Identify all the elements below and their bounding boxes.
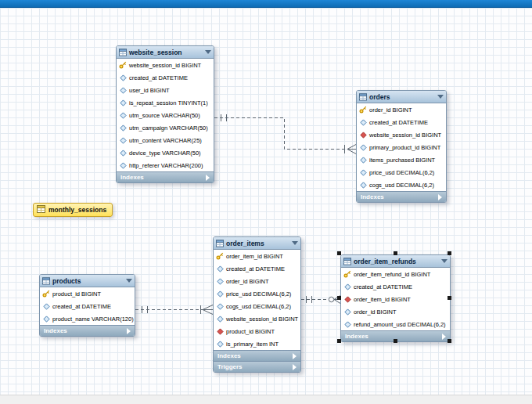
column-row[interactable]: order_item_refund_id BIGINT — [341, 268, 450, 280]
selection-handle[interactable] — [394, 339, 397, 343]
column-icon — [216, 265, 224, 272]
column-row[interactable]: is_repeat_session TINYINT(1) — [117, 96, 214, 109]
selection-handle[interactable] — [337, 339, 341, 343]
column-label: device_type VARCHAR(50) — [129, 150, 201, 157]
column-row[interactable]: created_at DATETIME — [40, 300, 135, 312]
column-row[interactable]: utm_campaign VARCHAR(50) — [117, 121, 214, 134]
column-row[interactable]: http_referer VARCHAR(200) — [117, 159, 214, 171]
collapse-arrow-icon[interactable] — [292, 241, 298, 245]
column-row[interactable]: order_item_id BIGINT — [341, 293, 450, 305]
table-website-session[interactable]: website_sessionwebsite_session_id BIGINT… — [116, 45, 214, 183]
column-icon — [216, 303, 224, 310]
section-label: Indexes — [361, 193, 384, 200]
table-header[interactable]: orders — [357, 91, 446, 103]
column-row[interactable]: order_id BIGINT — [214, 275, 300, 287]
table-header[interactable]: order_item_refunds — [341, 255, 450, 268]
table-order-item-refunds[interactable]: order_item_refundsorder_item_refund_id B… — [340, 254, 451, 342]
column-row[interactable]: cogs_usd DECIMAL(6,2) — [357, 179, 446, 191]
column-row[interactable]: utm_content VARCHAR(25) — [117, 134, 214, 146]
column-row[interactable]: order_id BIGINT — [341, 305, 450, 318]
column-row[interactable]: created_at DATETIME — [214, 262, 300, 275]
column-row[interactable]: refund_amount_usd DECIMAL(6,2) — [341, 318, 450, 330]
relationship-products-order-items[interactable] — [135, 305, 213, 315]
table-header[interactable]: website_session — [117, 46, 214, 59]
table-header[interactable]: products — [40, 275, 135, 287]
foreign-key-icon — [359, 132, 367, 139]
expand-arrow-icon — [293, 353, 297, 359]
table-products[interactable]: productsproduct_id BIGINTcreated_at DATE… — [39, 274, 135, 337]
section-label: Indexes — [345, 333, 368, 340]
section-indexes[interactable]: Indexes — [214, 350, 300, 361]
column-row[interactable]: cogs_usd DECIMAL(6,2) — [214, 300, 300, 312]
collapse-arrow-icon[interactable] — [126, 279, 132, 283]
column-row[interactable]: website_session_id BIGINT — [357, 128, 446, 141]
relationship-order-items-refunds[interactable] — [301, 296, 340, 304]
column-row[interactable]: primary_product_id BIGINT — [357, 141, 446, 153]
column-label: cogs_usd DECIMAL(6,2) — [369, 182, 434, 189]
collapse-arrow-icon[interactable] — [437, 95, 444, 99]
column-label: order_item_refund_id BIGINT — [354, 271, 430, 278]
column-row[interactable]: website_session_id BIGINT — [117, 59, 214, 71]
column-row[interactable]: product_id BIGINT — [40, 287, 135, 300]
section-indexes[interactable]: Indexes — [40, 325, 135, 336]
selection-handle[interactable] — [337, 251, 341, 255]
expand-arrow-icon — [438, 194, 442, 200]
table-order-items[interactable]: order_itemsorder_item_id BIGINTcreated_a… — [213, 236, 301, 373]
relationship-website-session-orders[interactable] — [214, 114, 356, 154]
column-row[interactable]: website_session_id BIGINT — [214, 312, 300, 325]
section-indexes[interactable]: Indexes — [357, 191, 446, 202]
column-row[interactable]: product_id BIGINT — [214, 325, 300, 337]
column-label: refund_amount_usd DECIMAL(6,2) — [354, 321, 446, 328]
column-icon — [359, 144, 367, 151]
column-label: created_at DATETIME — [354, 283, 412, 290]
selection-handle[interactable] — [448, 339, 451, 343]
column-label: order_id BIGINT — [226, 278, 269, 285]
collapse-arrow-icon[interactable] — [205, 50, 211, 54]
column-row[interactable]: utm_source VARCHAR(50) — [117, 109, 214, 121]
column-icon — [119, 112, 127, 119]
column-icon — [359, 169, 367, 176]
column-icon — [216, 341, 224, 348]
column-row[interactable]: user_id BIGINT — [117, 84, 214, 96]
column-row[interactable]: product_name VARCHAR(120) — [40, 312, 135, 325]
column-row[interactable]: order_id BIGINT — [357, 103, 446, 116]
column-label: utm_content VARCHAR(25) — [129, 137, 202, 144]
table-name: order_items — [226, 240, 289, 247]
column-row[interactable]: order_item_id BIGINT — [214, 250, 300, 262]
column-row[interactable]: items_purchased BIGINT — [357, 153, 446, 166]
column-icon — [119, 87, 127, 94]
selection-handle[interactable] — [394, 251, 397, 255]
column-label: created_at DATETIME — [52, 303, 111, 310]
column-icon — [42, 316, 50, 323]
column-label: created_at DATETIME — [226, 265, 285, 272]
table-header[interactable]: order_items — [214, 237, 300, 250]
column-row[interactable]: is_primary_item INT — [214, 337, 300, 350]
collapse-arrow-icon[interactable] — [441, 259, 448, 263]
section-indexes[interactable]: Indexes — [117, 171, 214, 182]
column-row[interactable]: device_type VARCHAR(50) — [117, 146, 214, 159]
column-row[interactable]: created_at DATETIME — [341, 280, 450, 293]
column-icon — [119, 137, 127, 144]
column-row[interactable]: created_at DATETIME — [117, 71, 214, 84]
column-icon — [119, 74, 127, 81]
expand-arrow-icon — [293, 364, 297, 370]
column-row[interactable]: price_usd DECIMAL(6,2) — [214, 287, 300, 300]
column-icon — [343, 283, 351, 290]
primary-key-icon — [343, 270, 351, 278]
view-monthly-sessions[interactable]: monthly_sessions — [33, 203, 113, 217]
column-label: price_usd DECIMAL(6,2) — [369, 169, 434, 176]
table-orders[interactable]: ordersorder_id BIGINTcreated_at DATETIME… — [356, 90, 447, 203]
column-icon — [216, 290, 224, 298]
expand-arrow-icon — [442, 334, 446, 340]
table-icon — [42, 277, 50, 285]
column-row[interactable]: created_at DATETIME — [357, 116, 446, 128]
column-row[interactable]: price_usd DECIMAL(6,2) — [357, 166, 446, 179]
section-label: Indexes — [44, 327, 67, 334]
selection-handle[interactable] — [448, 296, 451, 300]
column-label: price_usd DECIMAL(6,2) — [226, 290, 291, 298]
column-icon — [119, 150, 127, 157]
column-label: utm_source VARCHAR(50) — [129, 112, 200, 119]
selection-handle[interactable] — [448, 251, 451, 255]
selection-handle[interactable] — [337, 296, 341, 300]
section-triggers[interactable]: Triggers — [214, 361, 300, 372]
